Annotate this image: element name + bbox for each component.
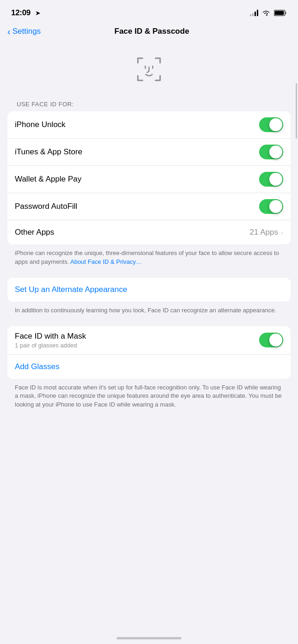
itunes-appstore-label: iTunes & App Store [15,147,82,157]
mask-description: Face ID is most accurate when it's set u… [0,379,298,437]
battery-icon [274,10,287,16]
iphone-unlock-row: iPhone Unlock [7,111,291,139]
status-time: 12:09 [11,8,31,17]
mask-sublabel: 1 pair of glasses added [15,342,86,349]
alternate-appearance-row[interactable]: Set Up an Alternate Appearance [7,278,291,302]
faceid-icon-container [0,42,298,101]
back-button[interactable]: ‹ Settings [7,27,41,36]
iphone-unlock-toggle[interactable] [259,117,283,132]
face-id-privacy-link[interactable]: About Face ID & Privacy… [70,258,142,265]
other-apps-row[interactable]: Other Apps 21 Apps › [7,220,291,244]
itunes-appstore-row: iTunes & App Store [7,139,291,166]
scroll-indicator [296,83,297,139]
add-glasses-link[interactable]: Add Glasses [15,362,59,371]
itunes-appstore-toggle[interactable] [259,145,283,159]
wallet-applepay-row: Wallet & Apple Pay [7,166,291,193]
iphone-unlock-label: iPhone Unlock [15,120,66,129]
wifi-icon [262,10,270,16]
toggle-knob [269,118,282,131]
home-indicator [117,637,181,639]
status-bar: 12:09 ➤ [0,0,298,23]
toggle-knob [269,173,282,186]
mask-label: Face ID with a Mask [15,332,86,341]
mask-section-card: Face ID with a Mask 1 pair of glasses ad… [7,326,291,379]
svg-rect-2 [275,11,284,15]
signal-icon [250,10,258,16]
other-apps-label: Other Apps [15,228,54,237]
alternate-appearance-link[interactable]: Set Up an Alternate Appearance [15,285,127,294]
other-apps-right: 21 Apps › [250,228,283,237]
section-label: USE FACE ID FOR: [0,101,298,111]
svg-rect-1 [286,12,287,14]
status-icons [250,10,287,16]
status-time-area: 12:09 ➤ [11,8,41,18]
add-glasses-row[interactable]: Add Glasses [7,355,291,379]
faceid-settings-card: iPhone Unlock iTunes & App Store Wallet … [7,111,291,244]
alternate-appearance-card: Set Up an Alternate Appearance [7,278,291,302]
faceid-description: iPhone can recognize the unique, three-d… [0,244,298,278]
toggle-knob [269,146,282,158]
other-apps-value: 21 Apps [250,228,278,237]
back-label: Settings [12,27,41,36]
chevron-right-icon: › [281,229,283,237]
back-chevron-icon: ‹ [7,27,11,36]
password-autofill-toggle[interactable] [259,199,283,214]
page-title: Face ID & Passcode [41,27,263,36]
password-autofill-label: Password AutoFill [15,202,77,211]
alternate-appearance-description: In addition to continuously learning how… [0,302,298,326]
toggle-knob [269,200,282,213]
wallet-applepay-toggle[interactable] [259,172,283,187]
nav-bar: ‹ Settings Face ID & Passcode [0,23,298,42]
navigation-arrow-icon: ➤ [35,9,41,17]
mask-row: Face ID with a Mask 1 pair of glasses ad… [7,326,291,355]
faceid-icon [130,51,168,88]
mask-row-left: Face ID with a Mask 1 pair of glasses ad… [15,332,86,349]
toggle-knob [269,334,282,346]
password-autofill-row: Password AutoFill [7,193,291,220]
wallet-applepay-label: Wallet & Apple Pay [15,175,81,184]
mask-toggle[interactable] [259,333,283,347]
